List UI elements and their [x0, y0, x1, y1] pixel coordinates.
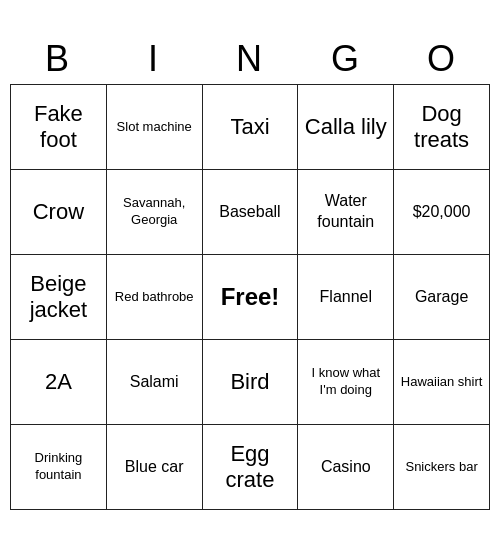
bingo-cell-3: Calla lily [298, 85, 394, 170]
cell-text-4: Dog treats [398, 101, 485, 154]
cell-text-11: Red bathrobe [115, 289, 194, 306]
bingo-cell-24: Snickers bar [394, 425, 490, 510]
cell-text-18: I know what I'm doing [302, 365, 389, 399]
bingo-cell-18: I know what I'm doing [298, 340, 394, 425]
cell-text-15: 2A [45, 369, 72, 395]
header-letter-o: O [394, 34, 490, 84]
cell-text-6: Savannah, Georgia [111, 195, 198, 229]
bingo-cell-8: Water fountain [298, 170, 394, 255]
bingo-cell-1: Slot machine [107, 85, 203, 170]
cell-text-7: Baseball [219, 202, 280, 223]
cell-text-14: Garage [415, 287, 468, 308]
cell-text-8: Water fountain [302, 191, 389, 233]
cell-text-9: $20,000 [413, 202, 471, 223]
header-letter-g: G [298, 34, 394, 84]
cell-text-13: Flannel [320, 287, 372, 308]
cell-text-1: Slot machine [117, 119, 192, 136]
bingo-grid: Fake footSlot machineTaxiCalla lilyDog t… [10, 84, 490, 510]
bingo-cell-4: Dog treats [394, 85, 490, 170]
bingo-cell-10: Beige jacket [11, 255, 107, 340]
cell-text-0: Fake foot [15, 101, 102, 154]
header-letter-i: I [106, 34, 202, 84]
bingo-cell-5: Crow [11, 170, 107, 255]
cell-text-16: Salami [130, 372, 179, 393]
bingo-cell-2: Taxi [203, 85, 299, 170]
bingo-cell-16: Salami [107, 340, 203, 425]
bingo-cell-13: Flannel [298, 255, 394, 340]
bingo-cell-17: Bird [203, 340, 299, 425]
cell-text-3: Calla lily [305, 114, 387, 140]
bingo-cell-0: Fake foot [11, 85, 107, 170]
bingo-cell-15: 2A [11, 340, 107, 425]
cell-text-20: Drinking fountain [15, 450, 102, 484]
bingo-cell-22: Egg crate [203, 425, 299, 510]
bingo-cell-21: Blue car [107, 425, 203, 510]
bingo-cell-11: Red bathrobe [107, 255, 203, 340]
cell-text-5: Crow [33, 199, 84, 225]
bingo-cell-7: Baseball [203, 170, 299, 255]
cell-text-21: Blue car [125, 457, 184, 478]
bingo-cell-20: Drinking fountain [11, 425, 107, 510]
bingo-cell-19: Hawaiian shirt [394, 340, 490, 425]
cell-text-2: Taxi [230, 114, 269, 140]
cell-text-24: Snickers bar [405, 459, 477, 476]
header-letter-b: B [10, 34, 106, 84]
cell-text-17: Bird [230, 369, 269, 395]
bingo-cell-6: Savannah, Georgia [107, 170, 203, 255]
header-letter-n: N [202, 34, 298, 84]
cell-text-19: Hawaiian shirt [401, 374, 483, 391]
bingo-header: BINGO [10, 34, 490, 84]
bingo-cell-9: $20,000 [394, 170, 490, 255]
bingo-cell-12: Free! [203, 255, 299, 340]
bingo-cell-14: Garage [394, 255, 490, 340]
cell-text-23: Casino [321, 457, 371, 478]
cell-text-12: Free! [221, 283, 280, 311]
bingo-cell-23: Casino [298, 425, 394, 510]
cell-text-10: Beige jacket [15, 271, 102, 324]
cell-text-22: Egg crate [207, 441, 294, 494]
